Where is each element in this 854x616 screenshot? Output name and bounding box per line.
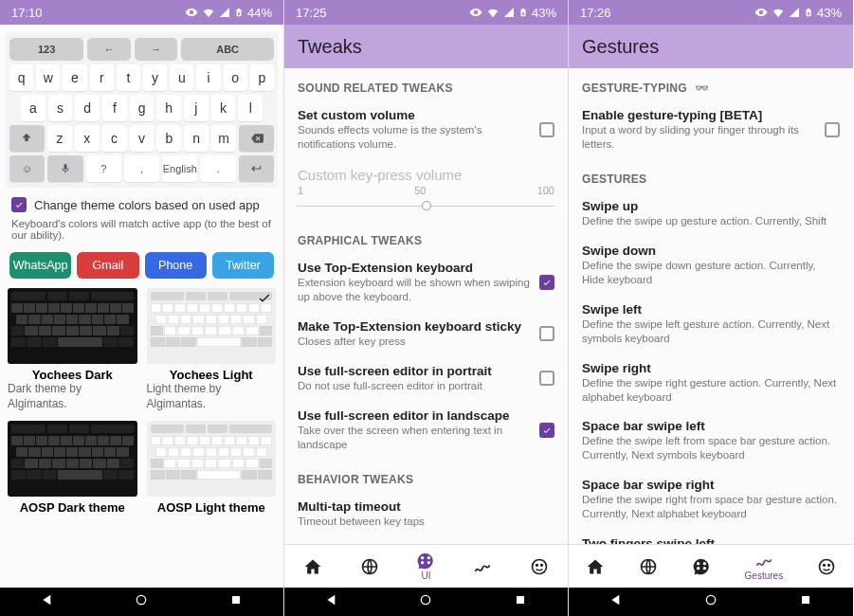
key-d[interactable]: d (75, 95, 100, 121)
nav-home-icon[interactable] (418, 592, 433, 611)
nav-home[interactable] (303, 557, 322, 576)
nav-back-icon[interactable] (324, 592, 339, 611)
key-emoji[interactable]: ☺ (9, 155, 45, 182)
key-dot[interactable]: . (200, 155, 235, 182)
nav-recent-icon[interactable] (513, 592, 528, 611)
wifi-icon (486, 6, 500, 19)
key-space[interactable]: English (162, 155, 197, 182)
gesture-6[interactable]: Two fingers swipe leftDefine the two-fin… (569, 529, 853, 544)
nav-quick[interactable] (530, 557, 549, 576)
chip-twitter[interactable]: Twitter (212, 252, 274, 279)
key-shift[interactable] (9, 125, 45, 152)
gesture-1[interactable]: Swipe downDefine the swipe down gesture … (569, 236, 853, 295)
nav-ui[interactable]: UI (416, 552, 435, 581)
nav-home-icon[interactable] (703, 592, 718, 611)
nav-gestures[interactable] (473, 557, 492, 576)
chip-gmail[interactable]: Gmail (77, 252, 138, 279)
checkbox-icon[interactable] (539, 371, 554, 386)
nav-langs[interactable] (639, 557, 658, 576)
nav-gestures[interactable]: Gestures (745, 552, 784, 581)
checkbox-checked-icon[interactable] (539, 275, 554, 290)
key-w[interactable]: w (36, 64, 60, 91)
opt-change-theme-colors[interactable]: Change theme colors based on used app (0, 191, 283, 218)
key-p[interactable]: p (250, 64, 274, 91)
nav-ui[interactable] (692, 557, 711, 576)
key-z[interactable]: z (47, 125, 72, 152)
nav-quick[interactable] (817, 557, 836, 576)
eye-icon (469, 6, 482, 19)
setting-fs-portrait[interactable]: Use full-screen editor in portraitDo not… (284, 356, 568, 401)
nav-back-icon[interactable] (40, 592, 55, 611)
key-c[interactable]: c (102, 125, 127, 152)
nav-recent-icon[interactable] (228, 592, 244, 611)
checkbox-checked-icon[interactable] (539, 423, 554, 438)
keyboard-preview: 123 ← → ABC qwertyuiop asdfghjkl zxcvbnm… (6, 32, 278, 188)
wifi-icon (202, 6, 215, 19)
checkbox-icon[interactable] (825, 122, 840, 137)
key-123[interactable]: 123 (9, 38, 83, 61)
opt-desc: Keyboard's colors will match active app … (0, 218, 283, 248)
checkbox-icon[interactable] (539, 122, 554, 137)
setting-multitap[interactable]: Multi-tap timeoutTimeout between key tap… (284, 492, 568, 536)
nav-langs[interactable] (360, 557, 379, 576)
key-q[interactable]: ? (86, 155, 121, 182)
key-l[interactable]: l (238, 95, 263, 121)
svg-point-6 (422, 595, 430, 604)
key-t[interactable]: t (117, 64, 140, 91)
key-m[interactable]: m (211, 125, 236, 152)
android-nav (0, 588, 283, 616)
gesture-4[interactable]: Space bar swipe leftDefine the swipe lef… (569, 411, 853, 470)
key-arrow-left[interactable]: ← (87, 38, 131, 61)
clock: 17:26 (580, 6, 611, 20)
chip-whatsapp[interactable]: WhatsApp (9, 252, 71, 279)
gesture-0[interactable]: Swipe upDefine the swipe up gesture acti… (569, 191, 853, 236)
key-r[interactable]: r (90, 64, 114, 91)
checkbox-icon[interactable] (539, 326, 554, 341)
eye-icon (754, 6, 768, 19)
nav-recent-icon[interactable] (798, 592, 813, 611)
key-o[interactable]: o (224, 64, 247, 91)
nav-back-icon[interactable] (609, 592, 624, 611)
key-x[interactable]: x (75, 125, 100, 152)
setting-top-ext[interactable]: Use Top-Extension keyboardExtension keyb… (284, 253, 568, 312)
theme-t0[interactable]: Yochees Dark Dark theme by Algimantas. (8, 288, 137, 411)
key-comma[interactable]: , (124, 155, 159, 182)
key-j[interactable]: j (184, 95, 209, 121)
key-k[interactable]: k (211, 95, 236, 121)
key-v[interactable]: v (130, 125, 154, 152)
theme-t3[interactable]: AOSP Light theme (147, 421, 277, 515)
key-n[interactable]: n (184, 125, 209, 152)
key-g[interactable]: g (130, 95, 154, 121)
key-h[interactable]: h (156, 95, 181, 121)
key-f[interactable]: f (102, 95, 127, 121)
key-s[interactable]: s (48, 95, 73, 121)
slider-scale: 150100 (284, 183, 568, 196)
key-e[interactable]: e (63, 64, 86, 91)
key-mic[interactable] (47, 155, 82, 182)
setting-top-ext-sticky[interactable]: Make Top-Extension keyboard stickyCloses… (284, 312, 568, 356)
theme-t1[interactable]: Yochees Light Light theme by Algimantas. (147, 288, 277, 411)
key-backspace[interactable] (239, 125, 274, 152)
setting-fs-landscape[interactable]: Use full-screen editor in landscapeTake … (284, 401, 568, 460)
key-enter[interactable] (239, 155, 274, 182)
nav-home-icon[interactable] (134, 592, 149, 611)
setting-enable-gesture-typing[interactable]: Enable gesture-typing [BETA]Input a word… (569, 100, 853, 159)
key-y[interactable]: y (143, 64, 167, 91)
gesture-5[interactable]: Space bar swipe rightDefine the swipe ri… (569, 470, 853, 529)
svg-point-5 (541, 564, 543, 566)
key-b[interactable]: b (156, 125, 181, 152)
key-abc[interactable]: ABC (181, 38, 274, 61)
gesture-2[interactable]: Swipe leftDefine the swipe left gesture … (569, 295, 853, 353)
key-u[interactable]: u (170, 64, 193, 91)
theme-t2[interactable]: AOSP Dark theme (8, 421, 137, 515)
key-i[interactable]: i (196, 64, 220, 91)
setting-custom-volume[interactable]: Set custom volume Sounds effects volume … (284, 100, 568, 159)
slider[interactable] (298, 196, 554, 215)
key-arrow-right[interactable]: → (135, 38, 178, 61)
setting-longpress[interactable]: Long-press timeKey press time to be cons… (284, 535, 568, 544)
key-q[interactable]: q (9, 64, 33, 91)
nav-home[interactable] (586, 557, 605, 576)
gesture-3[interactable]: Swipe rightDefine the swipe right gestur… (569, 353, 853, 412)
chip-phone[interactable]: Phone (145, 252, 207, 279)
key-a[interactable]: a (21, 95, 45, 121)
